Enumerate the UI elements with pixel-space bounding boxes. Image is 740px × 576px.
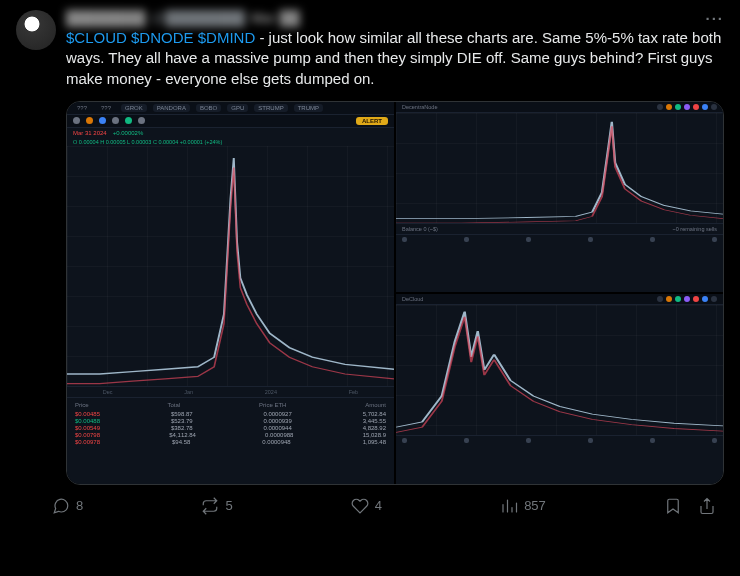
tool-icon[interactable] bbox=[99, 117, 106, 124]
chart-screenshot-3[interactable]: DeCloud bbox=[396, 294, 723, 484]
chart1-tab-active[interactable]: GROK bbox=[121, 104, 147, 112]
tool-icon[interactable] bbox=[675, 296, 681, 302]
chart1-tab[interactable]: TRUMP bbox=[294, 104, 323, 112]
col-amount: Amount bbox=[365, 402, 386, 408]
chart2-plot[interactable] bbox=[396, 113, 723, 223]
stat-pill bbox=[588, 438, 593, 443]
post-content: $CLOUD $DNODE $DMIND - just look how sim… bbox=[66, 28, 724, 485]
chart2-remaining: ~0 remaining sells bbox=[673, 226, 717, 232]
stat-pill bbox=[402, 237, 407, 242]
repost-button[interactable]: 5 bbox=[201, 497, 232, 515]
chart1-tab[interactable]: ??? bbox=[73, 104, 91, 112]
col-price: Price bbox=[75, 402, 89, 408]
more-button[interactable]: ··· bbox=[705, 10, 724, 27]
xlabel: 2024 bbox=[265, 389, 277, 395]
stat-pill bbox=[712, 438, 717, 443]
tool-icon[interactable] bbox=[657, 104, 663, 110]
tweet-post: ████████ @████████ Mar ██ ··· $CLOUD $DN… bbox=[0, 0, 740, 525]
chart2-footer: Balance 0 (~$) ~0 remaining sells bbox=[396, 223, 723, 234]
tool-icon[interactable] bbox=[86, 117, 93, 124]
share-icon bbox=[698, 497, 716, 515]
chart3-line bbox=[396, 305, 723, 435]
views-count: 857 bbox=[524, 498, 546, 513]
tool-icon[interactable] bbox=[684, 296, 690, 302]
like-button[interactable]: 4 bbox=[351, 497, 382, 515]
reply-button[interactable]: 8 bbox=[52, 497, 83, 515]
alert-button[interactable]: ALERT bbox=[356, 117, 388, 125]
chart-screenshot-1[interactable]: ??? ??? GROK PANDORA BOBO GPU STRUMP TRU… bbox=[67, 102, 394, 484]
chart3-tools bbox=[657, 296, 717, 302]
bookmark-icon bbox=[664, 497, 682, 515]
chart2-line bbox=[396, 113, 723, 223]
like-count: 4 bbox=[375, 498, 382, 513]
post-header: ████████ @████████ Mar ██ ··· bbox=[16, 10, 724, 50]
tool-icon[interactable] bbox=[666, 104, 672, 110]
chart3-stats bbox=[396, 435, 723, 445]
chart1-plot[interactable] bbox=[67, 146, 394, 386]
user-handle: @████████ bbox=[151, 10, 245, 26]
chart1-tab[interactable]: GPU bbox=[227, 104, 248, 112]
stat-pill bbox=[464, 237, 469, 242]
chart1-tab[interactable]: PANDORA bbox=[153, 104, 190, 112]
chart1-ohlc-text: O 0.00004 H 0.00005 L 0.00003 C 0.00004 … bbox=[73, 139, 222, 145]
tool-icon[interactable] bbox=[711, 104, 717, 110]
stat-pill bbox=[650, 438, 655, 443]
stat-pill bbox=[712, 237, 717, 242]
views-icon bbox=[500, 497, 518, 515]
avatar[interactable] bbox=[16, 10, 56, 50]
xlabel: Dec bbox=[103, 389, 113, 395]
chart-screenshot-2[interactable]: DecentraNode bbox=[396, 102, 723, 292]
action-bar: 8 5 4 857 bbox=[52, 497, 724, 515]
stat-pill bbox=[588, 237, 593, 242]
chart3-plot[interactable] bbox=[396, 305, 723, 435]
chart1-tab[interactable]: ??? bbox=[97, 104, 115, 112]
tool-icon[interactable] bbox=[693, 104, 699, 110]
tool-icon[interactable] bbox=[73, 117, 80, 124]
tool-icon[interactable] bbox=[657, 296, 663, 302]
tool-icon[interactable] bbox=[125, 117, 132, 124]
chart1-date-row: Mar 31 2024 +0.00002% bbox=[67, 128, 394, 138]
chart1-date: Mar 31 2024 bbox=[73, 130, 107, 136]
tool-icon[interactable] bbox=[112, 117, 119, 124]
chart2-stats bbox=[396, 234, 723, 244]
chart1-xaxis: Dec Jan 2024 Feb bbox=[67, 386, 394, 397]
tool-icon[interactable] bbox=[702, 104, 708, 110]
tool-icon[interactable] bbox=[711, 296, 717, 302]
user-meta[interactable]: ████████ @████████ Mar ██ bbox=[66, 10, 300, 26]
table-row: $0.00978$94.580.00009481,095.48 bbox=[75, 439, 386, 445]
table-row: $0.00485$598.870.00009275,702.84 bbox=[75, 411, 386, 417]
reply-icon bbox=[52, 497, 70, 515]
col-total: Total bbox=[168, 402, 181, 408]
chart1-toolbar: ALERT bbox=[67, 115, 394, 128]
chart3-title: DeCloud bbox=[402, 296, 423, 302]
stat-pill bbox=[650, 237, 655, 242]
display-name: ████████ bbox=[66, 10, 145, 26]
reply-count: 8 bbox=[76, 498, 83, 513]
tool-icon[interactable] bbox=[675, 104, 681, 110]
chart3-toolbar: DeCloud bbox=[396, 294, 723, 305]
tool-icon[interactable] bbox=[138, 117, 145, 124]
tool-icon[interactable] bbox=[693, 296, 699, 302]
views-button[interactable]: 857 bbox=[500, 497, 546, 515]
tool-icon[interactable] bbox=[684, 104, 690, 110]
stat-pill bbox=[526, 438, 531, 443]
chart1-tabs: ??? ??? GROK PANDORA BOBO GPU STRUMP TRU… bbox=[67, 102, 394, 115]
chart1-line bbox=[67, 146, 394, 386]
tool-icon[interactable] bbox=[666, 296, 672, 302]
chart2-balance: Balance 0 (~$) bbox=[402, 226, 438, 232]
post-date: Mar ██ bbox=[251, 10, 300, 26]
table-row: $0.00798$4,112.840.000098815,028.9 bbox=[75, 432, 386, 438]
bookmark-button[interactable] bbox=[664, 497, 682, 515]
xlabel: Feb bbox=[349, 389, 358, 395]
share-button[interactable] bbox=[698, 497, 716, 515]
table-row: $0.00488$523.790.00009393,445.55 bbox=[75, 418, 386, 424]
media-grid[interactable]: ??? ??? GROK PANDORA BOBO GPU STRUMP TRU… bbox=[66, 101, 724, 485]
col-eth: Price ETH bbox=[259, 402, 286, 408]
chart1-tab[interactable]: STRUMP bbox=[254, 104, 287, 112]
table-row: $0.00549$382.780.00009444,828.92 bbox=[75, 425, 386, 431]
table-header: Price Total Price ETH Amount bbox=[75, 402, 386, 408]
xlabel: Jan bbox=[184, 389, 193, 395]
chart1-tab[interactable]: BOBO bbox=[196, 104, 221, 112]
chart1-trades-table: Price Total Price ETH Amount $0.00485$59… bbox=[67, 397, 394, 450]
tool-icon[interactable] bbox=[702, 296, 708, 302]
